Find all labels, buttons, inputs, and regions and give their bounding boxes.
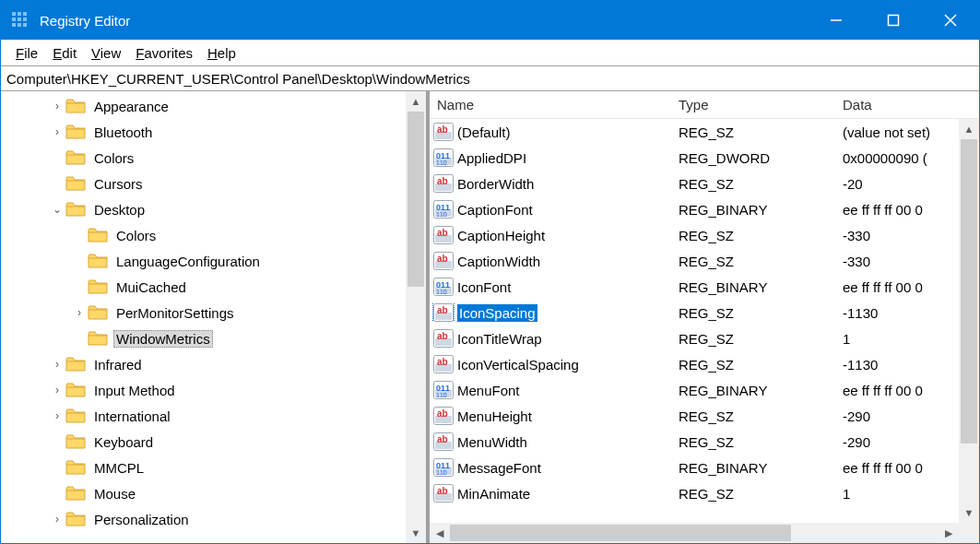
reg-binary-icon xyxy=(433,148,454,167)
value-data: 0x00000090 ( xyxy=(835,150,959,166)
tree-item[interactable]: ›PerMonitorSettings xyxy=(5,300,406,325)
expand-chevron-icon[interactable]: › xyxy=(49,513,65,526)
tree-item[interactable]: ›Input Method xyxy=(5,377,406,403)
address-bar[interactable]: Computer\HKEY_CURRENT_USER\Control Panel… xyxy=(1,65,979,91)
tree-item[interactable]: Keyboard xyxy=(5,429,406,455)
list-view[interactable]: (Default)REG_SZ(value not set)AppliedDPI… xyxy=(430,119,979,543)
list-row[interactable]: IconVerticalSpacingREG_SZ-1130 xyxy=(430,351,959,377)
tree-item[interactable]: Colors xyxy=(5,145,406,171)
folder-icon xyxy=(65,485,86,502)
value-type: REG_SZ xyxy=(671,486,835,502)
minimize-button[interactable] xyxy=(808,1,865,40)
tree-item[interactable]: ›Infrared xyxy=(5,351,406,377)
scroll-down-icon[interactable]: ▼ xyxy=(406,523,426,543)
list-row[interactable]: BorderWidthREG_SZ-20 xyxy=(430,171,959,196)
list-header: Name Type Data xyxy=(430,91,979,119)
expand-chevron-icon[interactable]: › xyxy=(49,125,65,138)
menu-item[interactable]: Help xyxy=(200,43,243,63)
tree-item-label: Bluetooth xyxy=(91,124,155,141)
value-name: MessageFont xyxy=(457,460,541,476)
expand-chevron-icon[interactable]: › xyxy=(49,409,65,422)
tree-item[interactable]: ›Appearance xyxy=(5,93,406,119)
list-row[interactable]: CaptionHeightREG_SZ-330 xyxy=(430,222,959,248)
expand-chevron-icon[interactable]: › xyxy=(49,384,65,396)
tree-item[interactable]: Colors xyxy=(5,222,406,248)
maximize-button[interactable] xyxy=(865,1,922,40)
value-type: REG_SZ xyxy=(671,434,835,450)
list-row[interactable]: IconSpacingREG_SZ-1130 xyxy=(430,300,959,325)
list-row[interactable]: IconTitleWrapREG_SZ1 xyxy=(430,325,959,351)
tree-view[interactable]: ›Appearance›BluetoothColorsCursors⌄Deskt… xyxy=(1,91,406,543)
tree-item[interactable]: ›Bluetooth xyxy=(5,119,406,145)
list-row[interactable]: CaptionFontREG_BINARYee ff ff ff 00 0 xyxy=(430,196,959,222)
expand-chevron-icon[interactable]: › xyxy=(49,100,65,112)
scroll-up-icon[interactable]: ▲ xyxy=(406,91,426,112)
scroll-track[interactable] xyxy=(406,112,426,523)
main-split: ›Appearance›BluetoothColorsCursors⌄Deskt… xyxy=(1,91,979,543)
tree-scrollbar[interactable]: ▲ ▼ xyxy=(406,91,426,543)
list-row[interactable]: MinAnimateREG_SZ1 xyxy=(430,480,959,506)
menu-item[interactable]: File xyxy=(8,43,45,63)
scroll-right-icon[interactable]: ▶ xyxy=(939,523,959,543)
list-row[interactable]: MessageFontREG_BINARYee ff ff ff 00 0 xyxy=(430,455,959,480)
list-row[interactable]: MenuWidthREG_SZ-290 xyxy=(430,429,959,455)
list-vscrollbar[interactable]: ▲ ▼ xyxy=(959,119,979,523)
list-row[interactable]: (Default)REG_SZ(value not set) xyxy=(430,119,959,145)
tree-item[interactable]: Cursors xyxy=(5,171,406,196)
value-data: 1 xyxy=(835,486,959,502)
list-pane: Name Type Data (Default)REG_SZ(value not… xyxy=(430,91,979,543)
list-row[interactable]: MenuHeightREG_SZ-290 xyxy=(430,403,959,429)
menubar: FileEditViewFavoritesHelp xyxy=(1,40,979,65)
address-path: Computer\HKEY_CURRENT_USER\Control Panel… xyxy=(6,71,470,87)
list-row[interactable]: MenuFontREG_BINARYee ff ff ff 00 0 xyxy=(430,377,959,403)
value-type: REG_DWORD xyxy=(671,150,835,166)
scroll-down-icon[interactable]: ▼ xyxy=(959,503,979,523)
tree-item[interactable]: Mouse xyxy=(5,480,406,506)
tree-item[interactable]: ⌄Desktop xyxy=(5,196,406,222)
value-name: MenuFont xyxy=(457,383,520,398)
value-type: REG_SZ xyxy=(671,176,835,192)
tree-item[interactable]: MuiCached xyxy=(5,274,406,300)
app-icon xyxy=(10,10,30,30)
scroll-thumb[interactable] xyxy=(450,525,791,541)
reg-string-icon xyxy=(433,226,454,244)
expand-chevron-icon[interactable]: ⌄ xyxy=(49,203,65,216)
value-type: REG_BINARY xyxy=(671,460,835,476)
tree-item-label: Keyboard xyxy=(91,433,156,451)
menu-item[interactable]: Favorites xyxy=(128,43,200,63)
scroll-thumb[interactable] xyxy=(407,112,424,287)
list-row[interactable]: CaptionWidthREG_SZ-330 xyxy=(430,248,959,274)
folder-icon xyxy=(65,511,86,527)
tree-item-label: Cursors xyxy=(91,175,146,193)
scroll-thumb[interactable] xyxy=(961,139,977,443)
scroll-up-icon[interactable]: ▲ xyxy=(959,119,979,139)
tree-item[interactable]: MMCPL xyxy=(5,455,406,480)
scroll-track[interactable] xyxy=(450,523,939,543)
value-name: (Default) xyxy=(457,124,511,140)
list-row[interactable]: AppliedDPIREG_DWORD0x00000090 ( xyxy=(430,145,959,171)
menu-item[interactable]: Edit xyxy=(45,43,84,63)
tree-item-label: Personalization xyxy=(91,511,192,528)
value-name: IconVerticalSpacing xyxy=(457,357,579,373)
expand-chevron-icon[interactable]: › xyxy=(71,306,88,319)
reg-string-icon xyxy=(433,303,454,322)
scroll-left-icon[interactable]: ◀ xyxy=(430,523,450,543)
tree-item[interactable]: LanguageConfiguration xyxy=(5,248,406,274)
menu-item[interactable]: View xyxy=(84,43,128,63)
list-row[interactable]: IconFontREG_BINARYee ff ff ff 00 0 xyxy=(430,274,959,300)
tree-item[interactable]: ›Personalization xyxy=(5,506,406,532)
folder-icon xyxy=(88,227,108,243)
column-header-name[interactable]: Name xyxy=(430,97,671,112)
tree-item[interactable]: WindowMetrics xyxy=(5,325,406,351)
tree-item[interactable]: ›International xyxy=(5,403,406,429)
list-hscrollbar[interactable]: ◀ ▶ xyxy=(430,523,959,543)
close-button[interactable] xyxy=(922,1,979,40)
column-header-type[interactable]: Type xyxy=(671,97,835,112)
tree-pane: ›Appearance›BluetoothColorsCursors⌄Deskt… xyxy=(1,91,430,543)
expand-chevron-icon[interactable]: › xyxy=(49,358,65,371)
reg-string-icon xyxy=(433,123,454,141)
tree-item-label: MuiCached xyxy=(113,278,189,296)
value-data: 1 xyxy=(835,331,959,347)
scroll-track[interactable] xyxy=(959,139,979,503)
column-header-data[interactable]: Data xyxy=(835,97,959,112)
